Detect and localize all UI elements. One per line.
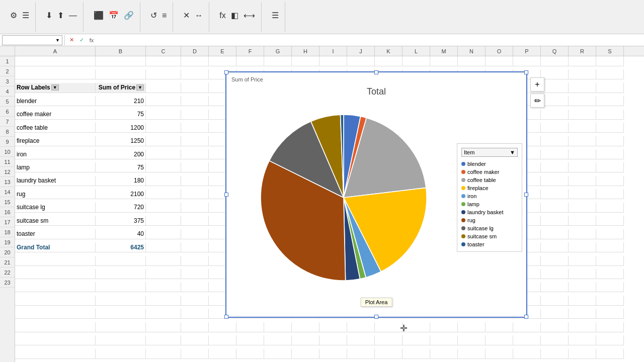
cell-6-17[interactable] [569, 123, 596, 133]
cell-23-15[interactable] [513, 349, 541, 359]
cell-8-18[interactable] [596, 149, 624, 159]
move-chart-button[interactable]: ↔ [193, 11, 205, 21]
insert-timeline-button[interactable]: 📅 [107, 11, 121, 21]
cell-3-18[interactable] [596, 83, 624, 93]
collapse-field-button[interactable]: — [67, 11, 79, 21]
cell-22-3[interactable] [181, 335, 209, 345]
cell-16-0[interactable] [15, 256, 96, 266]
formula-input[interactable] [98, 37, 642, 44]
cell-17-2[interactable] [146, 269, 181, 279]
cell-23-2[interactable] [146, 349, 181, 359]
change-data-source-button[interactable]: ≡ [160, 11, 169, 21]
cell-19-16[interactable] [541, 296, 569, 306]
cell-4-3[interactable] [181, 96, 209, 106]
cell-17-1[interactable] [96, 269, 146, 279]
col-header-S[interactable]: S [596, 46, 624, 56]
cell-1-3[interactable] [181, 56, 209, 66]
cell-23-11[interactable] [403, 349, 430, 359]
cell-1-11[interactable] [403, 56, 430, 66]
cell-2-2[interactable] [146, 69, 181, 79]
cell-23-3[interactable] [181, 349, 209, 359]
cell-21-5[interactable] [236, 322, 264, 332]
cell-15-0[interactable]: Grand Total [15, 242, 96, 252]
cell-7-16[interactable] [541, 136, 569, 146]
insert-slicer-button[interactable]: ⬛ [92, 11, 106, 21]
cell-8-3[interactable] [181, 149, 209, 159]
col-header-B[interactable]: B [96, 46, 146, 56]
cell-1-13[interactable] [458, 56, 486, 66]
name-box-dropdown-icon[interactable]: ▼ [55, 38, 60, 43]
cell-23-6[interactable] [264, 349, 292, 359]
cell-23-5[interactable] [236, 349, 264, 359]
drill-up-button[interactable]: ⬆ [55, 11, 66, 21]
sum-of-price-filter[interactable]: ▼ [136, 84, 144, 90]
cell-23-17[interactable] [569, 349, 596, 359]
cell-1-1[interactable] [96, 56, 146, 66]
options-button[interactable]: ⚙ [8, 11, 19, 21]
cell-21-0[interactable] [15, 322, 96, 332]
cell-23-4[interactable] [209, 349, 236, 359]
row-labels-filter[interactable]: ▼ [51, 84, 59, 90]
cell-11-17[interactable] [569, 189, 596, 199]
cell-12-3[interactable] [181, 203, 209, 213]
cell-13-3[interactable] [181, 216, 209, 226]
cell-7-18[interactable] [596, 136, 624, 146]
cell-5-2[interactable] [146, 110, 181, 120]
cell-9-3[interactable] [181, 162, 209, 172]
cell-13-18[interactable] [596, 216, 624, 226]
col-header-R[interactable]: R [569, 46, 596, 56]
col-header-I[interactable]: I [319, 46, 347, 56]
cell-22-18[interactable] [596, 335, 624, 345]
cell-3-16[interactable] [541, 83, 569, 93]
cell-23-1[interactable] [96, 349, 146, 359]
cell-18-0[interactable] [15, 282, 96, 292]
cell-14-18[interactable] [596, 229, 624, 239]
cell-23-10[interactable] [375, 349, 403, 359]
cell-21-7[interactable] [292, 322, 319, 332]
cell-5-16[interactable] [541, 110, 569, 120]
cell-18-1[interactable] [96, 282, 146, 292]
col-header-G[interactable]: G [264, 46, 292, 56]
col-header-O[interactable]: O [486, 46, 513, 56]
cell-23-18[interactable] [596, 349, 624, 359]
cell-14-2[interactable] [146, 229, 181, 239]
cell-18-3[interactable] [181, 282, 209, 292]
cell-22-16[interactable] [541, 335, 569, 345]
cell-21-1[interactable] [96, 322, 146, 332]
cell-18-17[interactable] [569, 282, 596, 292]
cell-19-2[interactable] [146, 296, 181, 306]
cell-1-4[interactable] [209, 56, 236, 66]
cell-16-17[interactable] [569, 256, 596, 266]
cell-13-2[interactable] [146, 216, 181, 226]
col-header-A[interactable]: A [15, 46, 96, 56]
fields-items-sets-button[interactable]: fx [217, 11, 227, 21]
cell-12-0[interactable]: suitcase lg [15, 203, 96, 213]
cell-6-3[interactable] [181, 123, 209, 133]
cell-17-3[interactable] [181, 269, 209, 279]
cell-1-8[interactable] [319, 56, 347, 66]
cell-22-7[interactable] [292, 335, 319, 345]
cell-14-16[interactable] [541, 229, 569, 239]
col-header-L[interactable]: L [403, 46, 430, 56]
cell-17-18[interactable] [596, 269, 624, 279]
field-list-button[interactable]: ☰ [270, 11, 281, 21]
cell-6-2[interactable] [146, 123, 181, 133]
cell-22-15[interactable] [513, 335, 541, 345]
col-header-D[interactable]: D [181, 46, 209, 56]
cell-12-16[interactable] [541, 203, 569, 213]
cell-22-6[interactable] [264, 335, 292, 345]
cell-20-0[interactable] [15, 309, 96, 319]
cell-1-9[interactable] [347, 56, 375, 66]
cell-22-0[interactable] [15, 335, 96, 345]
cell-21-3[interactable] [181, 322, 209, 332]
cell-2-18[interactable] [596, 69, 624, 79]
cell-11-0[interactable]: rug [15, 189, 96, 199]
field-settings-button[interactable]: ☰ [20, 11, 31, 21]
cell-6-1[interactable]: 1200 [96, 123, 146, 133]
cell-21-8[interactable] [319, 322, 347, 332]
cell-7-1[interactable]: 1250 [96, 136, 146, 146]
cell-20-2[interactable] [146, 309, 181, 319]
cell-8-16[interactable] [541, 149, 569, 159]
cell-22-13[interactable] [458, 335, 486, 345]
cell-17-0[interactable] [15, 269, 96, 279]
